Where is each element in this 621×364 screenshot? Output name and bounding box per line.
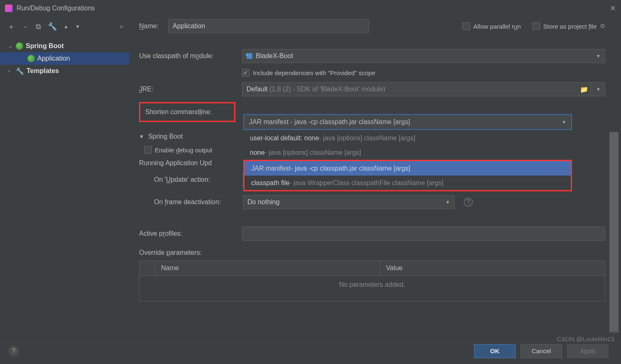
title-bar: Run/Debug Configurations ✕ xyxy=(0,0,621,17)
remove-icon[interactable]: － xyxy=(22,22,29,32)
config-tree: ⌄ Spring Boot Application › 🔧 Templates xyxy=(5,40,129,77)
chevron-down-icon: ▼ xyxy=(562,120,566,125)
spring-icon xyxy=(27,55,35,62)
tree-label: Spring Boot xyxy=(26,42,64,50)
down-icon[interactable]: ▼ xyxy=(75,24,80,29)
tree-node-templates[interactable]: › 🔧 Templates xyxy=(5,65,129,77)
classpath-select[interactable]: BladeX-Boot ▼ xyxy=(242,49,605,63)
shorten-dropdown: JAR manifest - java -cp classpath.jar cl… xyxy=(243,114,572,191)
select-value: BladeX-Boot xyxy=(256,52,293,60)
copy-icon[interactable]: ⧉ xyxy=(36,22,41,31)
chevron-down-icon: ⌄ xyxy=(8,43,16,49)
scrollbar-thumb[interactable] xyxy=(610,132,618,332)
config-toolbar: ＋ － ⧉ 🔧 ▲ ▼ » xyxy=(5,19,129,34)
checkbox-label: Store as project file xyxy=(543,23,597,30)
parameters-table: Name Value No parameters added. xyxy=(139,261,605,301)
column-name[interactable]: Name xyxy=(155,261,380,276)
on-frame-select[interactable]: Do nothing ▼ xyxy=(243,195,455,209)
ok-button[interactable]: OK xyxy=(474,344,516,358)
scrollbar[interactable] xyxy=(609,132,619,333)
select-value: JAR manifest - java -cp classpath.jar cl… xyxy=(249,118,410,126)
chevron-down-icon: ▼ xyxy=(445,200,450,205)
table-corner xyxy=(139,261,155,276)
select-value: Do nothing xyxy=(247,198,279,206)
up-icon[interactable]: ▲ xyxy=(64,24,68,29)
override-label: Override parameters: xyxy=(139,249,605,257)
on-frame-label: On frame deactivation: xyxy=(139,198,243,206)
active-profiles-label: Active profiles: xyxy=(139,230,242,237)
window-title: Run/Debug Configurations xyxy=(17,5,95,12)
table-placeholder: No parameters added. xyxy=(339,281,405,288)
browse-icon[interactable]: 📁 xyxy=(580,86,588,93)
footer: ? OK Cancel Apply xyxy=(0,337,621,364)
section-title: Spring Boot xyxy=(148,133,183,140)
shorten-label: Shorten command line: xyxy=(139,102,235,122)
active-profiles-input[interactable] xyxy=(242,227,605,241)
help-button[interactable]: ? xyxy=(8,346,19,357)
spring-icon xyxy=(16,42,23,50)
on-update-label: On 'Update' action: xyxy=(139,176,243,183)
chevron-down-icon: ▼ xyxy=(139,134,144,139)
name-input[interactable]: Application xyxy=(168,19,369,33)
include-deps-checkbox[interactable]: ✓ Include dependencies with "Provided" s… xyxy=(242,69,605,76)
dropdown-option-classpath-file[interactable]: classpath file - java WrapperClass class… xyxy=(244,176,571,190)
wrench-icon[interactable]: 🔧 xyxy=(48,22,57,31)
select-value: Default (1.8 (2) - SDK of 'BladeX-Boot' … xyxy=(247,86,385,93)
checkbox-icon: ✓ xyxy=(242,69,249,76)
left-pane: ＋ － ⧉ 🔧 ▲ ▼ » ⌄ Spring Boot Application … xyxy=(0,17,129,336)
overflow-icon[interactable]: » xyxy=(120,23,124,30)
dropdown-option-none[interactable]: none - java [options] className [args] xyxy=(243,145,572,160)
classpath-label: Use classpath of module: xyxy=(139,52,242,60)
checkbox-icon xyxy=(533,22,540,30)
tree-label: Templates xyxy=(27,67,59,75)
checkbox-label: Include dependencies with "Provided" sco… xyxy=(253,69,375,76)
dropdown-list: user-local default: none - java [options… xyxy=(243,131,572,191)
apply-button[interactable]: Apply xyxy=(567,344,609,358)
gear-icon[interactable]: ⚙ xyxy=(600,22,605,30)
chevron-right-icon: › xyxy=(8,68,16,74)
help-icon[interactable]: ? xyxy=(464,198,473,207)
chevron-down-icon: ▼ xyxy=(596,54,601,59)
jre-label: JRE: xyxy=(139,86,242,93)
chevron-down-icon: ▼ xyxy=(596,87,601,92)
checkbox-label: Enable debug output xyxy=(155,147,212,154)
cancel-button[interactable]: Cancel xyxy=(521,344,562,358)
watermark: CSDN @LouisMin23 xyxy=(557,335,614,342)
app-icon xyxy=(5,5,12,12)
checkbox-icon xyxy=(144,146,152,154)
module-icon xyxy=(247,53,252,59)
tree-node-application[interactable]: Application xyxy=(0,52,129,65)
close-icon[interactable]: ✕ xyxy=(610,4,616,13)
column-value[interactable]: Value xyxy=(380,261,605,276)
checkbox-label: Allow parallel run xyxy=(473,23,521,30)
checkbox-icon xyxy=(462,22,470,30)
name-label: Name: xyxy=(139,22,168,30)
dropdown-option-user-local[interactable]: user-local default: none - java [options… xyxy=(243,131,572,145)
allow-parallel-checkbox[interactable]: Allow parallel run xyxy=(462,22,521,30)
store-as-project-checkbox[interactable]: Store as project file xyxy=(533,22,597,30)
tree-label: Application xyxy=(37,55,70,62)
shorten-select[interactable]: JAR manifest - java -cp classpath.jar cl… xyxy=(243,114,572,130)
wrench-icon: 🔧 xyxy=(16,67,24,75)
dropdown-option-jar-manifest[interactable]: JAR manifest - java -cp classpath.jar cl… xyxy=(244,161,571,176)
add-icon[interactable]: ＋ xyxy=(7,22,15,32)
tree-node-spring-boot[interactable]: ⌄ Spring Boot xyxy=(5,40,129,52)
jre-select[interactable]: Default (1.8 (2) - SDK of 'BladeX-Boot' … xyxy=(242,82,605,96)
